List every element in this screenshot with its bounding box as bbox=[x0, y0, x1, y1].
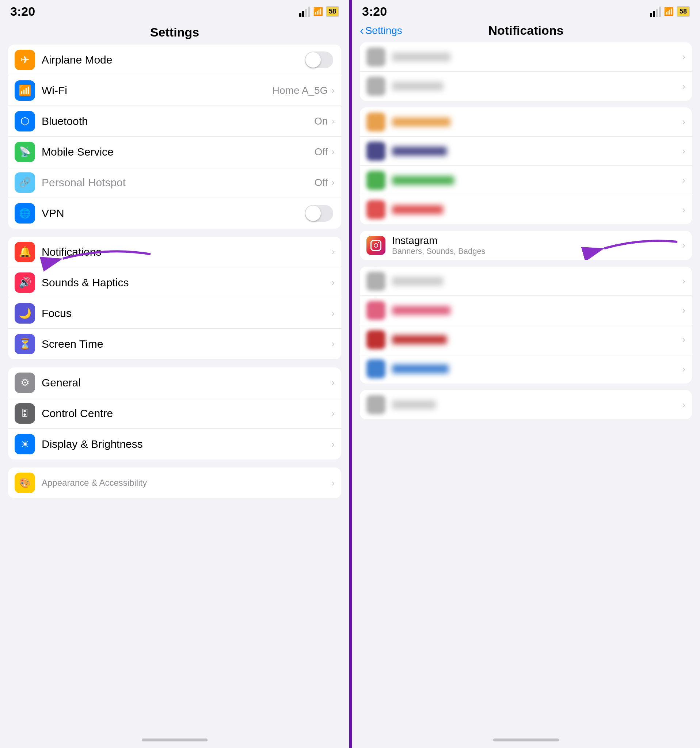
mobile-service-icon: 📡 bbox=[15, 142, 35, 162]
display-label: Display & Brightness bbox=[42, 438, 331, 450]
general-row[interactable]: ⚙ General › bbox=[8, 368, 341, 398]
focus-icon: 🌙 bbox=[15, 303, 35, 324]
notif-label-wrap-2 bbox=[392, 82, 682, 91]
back-label: Settings bbox=[365, 25, 402, 36]
vpn-toggle-thumb bbox=[306, 206, 321, 221]
notif-row-4[interactable]: › bbox=[360, 137, 692, 166]
notifications-list: › › › bbox=[352, 43, 700, 739]
back-button[interactable]: ‹ Settings bbox=[360, 24, 402, 37]
notif-row-b1[interactable]: › bbox=[360, 267, 692, 296]
control-centre-icon: 🎛 bbox=[15, 403, 35, 424]
bluetooth-label: Bluetooth bbox=[42, 115, 314, 128]
control-centre-chevron: › bbox=[331, 407, 335, 419]
vpn-toggle[interactable] bbox=[305, 205, 333, 222]
right-status-bar: 3:20 📶 58 bbox=[352, 0, 700, 21]
notif-label-wrap-last bbox=[392, 400, 682, 409]
left-title-bar: Settings bbox=[0, 21, 349, 44]
notif-icon-b4 bbox=[367, 359, 385, 379]
general-label: General bbox=[42, 377, 331, 389]
back-chevron-icon: ‹ bbox=[360, 24, 364, 37]
control-centre-row[interactable]: 🎛 Control Centre › bbox=[8, 398, 341, 429]
instagram-label-wrap: Instagram Banners, Sounds, Badges bbox=[392, 235, 682, 256]
hotspot-icon: 🔗 bbox=[15, 172, 35, 193]
notif-icon-b3 bbox=[367, 330, 385, 349]
airplane-toggle-thumb bbox=[306, 52, 321, 68]
notif-chevron-4: › bbox=[682, 145, 685, 157]
notif-row-b3[interactable]: › bbox=[360, 325, 692, 354]
vpn-row[interactable]: 🌐 VPN bbox=[8, 198, 341, 229]
more-icon: 🎨 bbox=[15, 473, 35, 493]
right-header: ‹ Settings Notifications bbox=[352, 21, 700, 43]
more-chevron: › bbox=[331, 477, 335, 489]
instagram-chevron: › bbox=[682, 240, 685, 251]
left-page-title: Settings bbox=[0, 25, 349, 40]
notifications-row[interactable]: 🔔 Notifications › bbox=[8, 237, 341, 268]
screentime-row[interactable]: ⏳ Screen Time › bbox=[8, 329, 341, 359]
right-page-title: Notifications bbox=[488, 23, 564, 38]
left-time: 3:20 bbox=[10, 5, 35, 19]
notif-section-instagram: Instagram Banners, Sounds, Badges › bbox=[360, 231, 692, 260]
notif-label-wrap-b4 bbox=[392, 365, 682, 373]
instagram-dot bbox=[378, 242, 379, 243]
airplane-mode-row[interactable]: ✈ Airplane Mode bbox=[8, 44, 341, 75]
display-icon: ☀ bbox=[15, 434, 35, 455]
more-row[interactable]: 🎨 Appearance & Accessibility › bbox=[8, 467, 341, 498]
notif-label-blur-4 bbox=[392, 147, 447, 156]
notif-chevron-1: › bbox=[682, 51, 685, 62]
bluetooth-row[interactable]: ⬡ Bluetooth On › bbox=[8, 106, 341, 137]
notif-row-2[interactable]: › bbox=[360, 71, 692, 101]
focus-row[interactable]: 🌙 Focus › bbox=[8, 298, 341, 329]
more-section: 🎨 Appearance & Accessibility › bbox=[8, 467, 341, 498]
wifi-chevron: › bbox=[331, 85, 335, 96]
notif-label-blur-6 bbox=[392, 205, 443, 214]
device-section: ⚙ General › 🎛 Control Centre › ☀ Display… bbox=[8, 368, 341, 459]
sounds-label: Sounds & Haptics bbox=[42, 277, 331, 289]
notif-chevron-b2: › bbox=[682, 305, 685, 316]
notif-chevron-6: › bbox=[682, 204, 685, 216]
screentime-icon: ⏳ bbox=[15, 334, 35, 354]
sounds-chevron: › bbox=[331, 277, 335, 288]
notif-label-blur-3 bbox=[392, 118, 450, 126]
notif-row-1[interactable]: › bbox=[360, 43, 692, 71]
general-chevron: › bbox=[331, 377, 335, 388]
wifi-row[interactable]: 📶 Wi-Fi Home A_5G › bbox=[8, 75, 341, 106]
general-icon: ⚙ bbox=[15, 372, 35, 393]
notif-icon-2 bbox=[367, 77, 385, 96]
notif-icon-3 bbox=[367, 113, 385, 131]
home-indicator bbox=[142, 739, 207, 742]
notifications-chevron: › bbox=[331, 246, 335, 257]
notifications-icon: 🔔 bbox=[15, 242, 35, 262]
notif-chevron-last: › bbox=[682, 399, 685, 410]
airplane-mode-label: Airplane Mode bbox=[42, 54, 305, 66]
control-centre-label: Control Centre bbox=[42, 407, 331, 420]
hotspot-label: Personal Hotspot bbox=[42, 176, 314, 189]
instagram-icon bbox=[367, 236, 385, 255]
display-row[interactable]: ☀ Display & Brightness › bbox=[8, 429, 341, 459]
notif-row-6[interactable]: › bbox=[360, 195, 692, 224]
hotspot-value: Off bbox=[314, 177, 328, 189]
right-signal-icon bbox=[650, 6, 661, 17]
hotspot-chevron: › bbox=[331, 177, 335, 188]
notif-row-5[interactable]: › bbox=[360, 166, 692, 195]
notif-label-wrap-1 bbox=[392, 53, 682, 61]
notif-row-3[interactable]: › bbox=[360, 107, 692, 137]
mobile-service-row[interactable]: 📡 Mobile Service Off › bbox=[8, 137, 341, 167]
notif-row-b2[interactable]: › bbox=[360, 296, 692, 325]
notif-row-last[interactable]: › bbox=[360, 390, 692, 419]
right-time: 3:20 bbox=[362, 5, 387, 19]
mobile-service-chevron: › bbox=[331, 146, 335, 157]
system-section: 🔔 Notifications › 🔊 Sounds & Haptics › 🌙… bbox=[8, 237, 341, 359]
airplane-mode-toggle[interactable] bbox=[305, 52, 333, 68]
instagram-row[interactable]: Instagram Banners, Sounds, Badges › bbox=[360, 231, 692, 260]
notif-row-b4[interactable]: › bbox=[360, 354, 692, 383]
right-status-icons: 📶 58 bbox=[650, 6, 690, 17]
notif-label-blur-b4 bbox=[392, 365, 449, 373]
hotspot-row[interactable]: 🔗 Personal Hotspot Off › bbox=[8, 167, 341, 198]
right-panel: 3:20 📶 58 ‹ Settings Notifications bbox=[351, 0, 700, 748]
sounds-row[interactable]: 🔊 Sounds & Haptics › bbox=[8, 268, 341, 298]
notif-icon-b2 bbox=[367, 301, 385, 320]
notif-label-blur-b3 bbox=[392, 335, 447, 344]
notif-section-bottom: › › › › bbox=[360, 267, 692, 383]
notif-chevron-3: › bbox=[682, 116, 685, 128]
wifi-status-icon: 📶 bbox=[313, 7, 323, 17]
